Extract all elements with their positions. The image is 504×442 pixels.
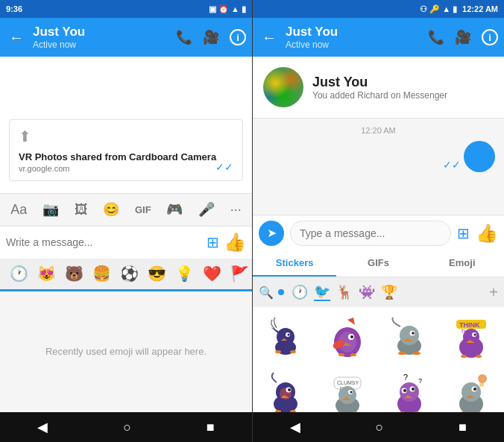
tab-gifs[interactable]: GIFs bbox=[336, 250, 420, 277]
svg-point-67 bbox=[473, 388, 476, 391]
right-message-input[interactable] bbox=[290, 221, 451, 246]
svg-point-15 bbox=[350, 353, 356, 356]
emoji-recent-icon[interactable]: 🕐 bbox=[6, 263, 32, 284]
link-card: ⬆ VR Photos shared from Cardboard Camera… bbox=[9, 119, 243, 181]
right-profile-header: Just You You added Richard on Messenger bbox=[253, 57, 504, 119]
more-tool-icon[interactable]: ··· bbox=[226, 199, 246, 221]
sticker-1-4[interactable]: THINK THINK bbox=[441, 312, 501, 365]
left-video-icon[interactable]: 🎥 bbox=[203, 29, 219, 45]
tab-emoji[interactable]: Emoji bbox=[420, 250, 504, 277]
left-back-button[interactable]: ← bbox=[6, 26, 27, 49]
mic-tool-icon[interactable]: 🎤 bbox=[194, 198, 219, 221]
right-signal-icon: ▲ bbox=[442, 4, 450, 13]
sticker-cat-minion[interactable]: 👾 bbox=[359, 284, 375, 300]
left-actions: 📞 🎥 i bbox=[176, 29, 246, 45]
emoji-soccer-icon[interactable]: ⚽ bbox=[116, 263, 142, 284]
left-info-icon[interactable]: i bbox=[230, 29, 246, 45]
svg-point-1 bbox=[277, 328, 294, 346]
svg-point-14 bbox=[338, 353, 344, 356]
tab-stickers[interactable]: Stickers bbox=[253, 250, 336, 277]
right-send-button[interactable]: ➤ bbox=[259, 221, 284, 246]
right-send-icon: ➤ bbox=[267, 226, 277, 240]
link-card-check-icon: ✓✓ bbox=[215, 161, 233, 173]
sticker-2-1[interactable] bbox=[256, 367, 316, 412]
left-message-input-row: ⊞ 👍 bbox=[0, 226, 252, 259]
svg-text:THINK: THINK bbox=[459, 321, 480, 329]
sticker-2-2[interactable]: CLUMSY DAY bbox=[318, 367, 378, 412]
left-chat-name: Just You bbox=[33, 25, 170, 40]
sticker-cat-trophy[interactable]: 🏆 bbox=[381, 284, 397, 300]
right-nav-recents-icon[interactable]: ■ bbox=[459, 420, 467, 435]
left-grid-icon[interactable]: ⊞ bbox=[207, 233, 219, 251]
right-profile-subtitle: You added Richard on Messenger bbox=[312, 90, 447, 101]
left-nav-home-icon[interactable]: ○ bbox=[123, 420, 131, 435]
left-status-bar-left: 9:36 bbox=[6, 4, 22, 13]
svg-marker-8 bbox=[347, 318, 355, 325]
sticker-row-1: THINK THINK bbox=[256, 312, 501, 365]
emoji-bear-icon[interactable]: 🐻 bbox=[61, 263, 87, 284]
right-nav-back-icon[interactable]: ◀ bbox=[290, 419, 300, 435]
right-battery-icon: ▮ bbox=[453, 4, 457, 14]
right-back-button[interactable]: ← bbox=[259, 26, 280, 49]
game-tool-icon[interactable]: 🎮 bbox=[162, 198, 187, 221]
svg-point-23 bbox=[413, 352, 420, 355]
sticker-search-icon[interactable]: 🔍 bbox=[259, 285, 274, 300]
svg-point-62 bbox=[403, 389, 406, 392]
left-phone-icon[interactable]: 📞 bbox=[176, 29, 192, 45]
right-phone-icon[interactable]: 📞 bbox=[428, 29, 444, 45]
right-bubble-row: ✓✓ bbox=[253, 138, 504, 175]
right-status-time: 12:22 AM bbox=[462, 4, 498, 13]
left-phone-panel: 9:36 ▣ ⏰ ▲ ▮ ← Just You Active now 📞 🎥 i… bbox=[0, 0, 252, 442]
right-info-icon[interactable]: i bbox=[482, 29, 498, 45]
left-message-input[interactable] bbox=[6, 236, 202, 248]
left-emoji-bar: 🕐 😻 🐻 🍔 ⚽ 😎 💡 ❤️ 🚩 ✕ bbox=[0, 259, 252, 291]
emoji-blue-flag-icon[interactable]: 🚩 bbox=[227, 263, 252, 284]
emoji-cat-icon[interactable]: 😻 bbox=[34, 263, 60, 284]
emoji-heart-icon[interactable]: ❤️ bbox=[199, 263, 225, 284]
left-recently-used-area: Recently used emoji will appear here. bbox=[0, 291, 252, 413]
sticker-2-3[interactable]: ? ? bbox=[379, 367, 440, 412]
right-nav-home-icon[interactable]: ○ bbox=[376, 420, 384, 435]
left-media-toolbar: Aa 📷 🖼 😊 GIF 🎮 🎤 ··· bbox=[0, 193, 252, 226]
gif-tool-icon[interactable]: GIF bbox=[130, 201, 156, 218]
right-key-icon: 🔑 bbox=[429, 4, 440, 14]
left-title-area: Just You Active now bbox=[33, 25, 170, 50]
right-video-icon[interactable]: 🎥 bbox=[455, 29, 471, 45]
right-phone-panel: ⚇ 🔑 ▲ ▮ 12:22 AM ← Just You Active now 📞… bbox=[252, 0, 504, 442]
sticker-cat-bird[interactable]: 🐦 bbox=[314, 283, 330, 301]
text-tool-icon[interactable]: Aa bbox=[6, 199, 31, 221]
emoji-burger-icon[interactable]: 🍔 bbox=[89, 263, 115, 284]
svg-point-57 bbox=[412, 388, 415, 391]
sticker-row-2: CLUMSY DAY ? ? bbox=[256, 367, 501, 412]
image-tool-icon[interactable]: 🖼 bbox=[70, 199, 92, 221]
sticker-1-1[interactable] bbox=[256, 312, 316, 365]
right-chat-status: Active now bbox=[286, 40, 422, 50]
svg-point-12 bbox=[350, 335, 353, 338]
battery-icon: ▮ bbox=[242, 4, 246, 14]
right-sticker-search-bar: 🔍 🕐 🐦 🦌 👾 🏆 + bbox=[253, 277, 504, 307]
emoji-bulb-icon[interactable]: 💡 bbox=[171, 263, 198, 284]
right-grid-icon[interactable]: ⊞ bbox=[457, 224, 470, 242]
left-chat-status: Active now bbox=[33, 40, 170, 50]
sticker-1-3[interactable] bbox=[379, 312, 440, 365]
left-thumb-icon[interactable]: 👍 bbox=[224, 232, 246, 253]
sticker-2-4[interactable] bbox=[441, 367, 501, 412]
emoji-cool-icon[interactable]: 😎 bbox=[144, 263, 170, 284]
sticker-1-2[interactable] bbox=[318, 312, 378, 365]
right-thumb-icon[interactable]: 👍 bbox=[476, 223, 498, 244]
sticker-cat-recent[interactable]: 🕐 bbox=[292, 284, 308, 300]
sticker-search-dot bbox=[278, 289, 284, 295]
sticker-add-button[interactable]: + bbox=[489, 284, 498, 301]
right-chat-name: Just You bbox=[286, 25, 422, 40]
left-app-bar: ← Just You Active now 📞 🎥 i bbox=[0, 18, 252, 57]
sim-icon: ▣ bbox=[209, 4, 216, 14]
right-message-input-row: ➤ ⊞ 👍 bbox=[253, 215, 504, 250]
left-nav-recents-icon[interactable]: ■ bbox=[207, 420, 215, 435]
sticker-cat-deer[interactable]: 🦌 bbox=[336, 284, 353, 300]
svg-point-65 bbox=[462, 382, 481, 402]
emoji-tool-icon[interactable]: 😊 bbox=[98, 198, 124, 221]
left-nav-back-icon[interactable]: ◀ bbox=[37, 419, 48, 435]
camera-tool-icon[interactable]: 📷 bbox=[38, 198, 63, 221]
share-icon: ⬆ bbox=[19, 127, 233, 145]
right-profile-avatar bbox=[263, 67, 303, 107]
